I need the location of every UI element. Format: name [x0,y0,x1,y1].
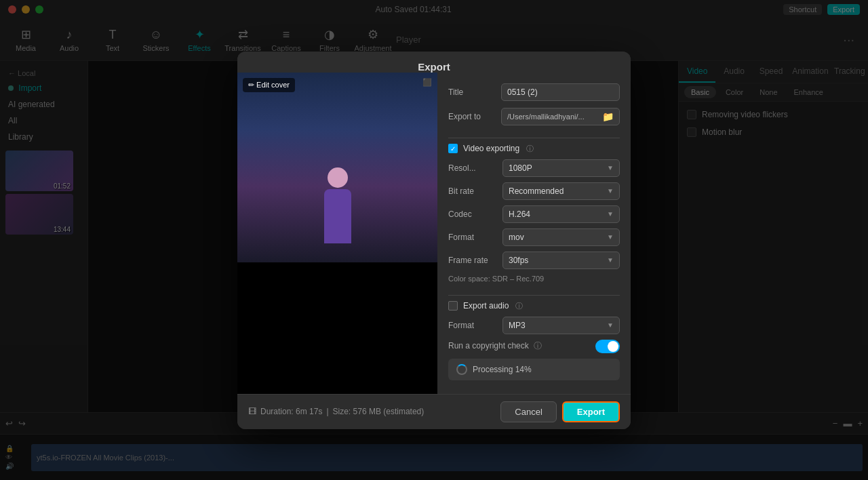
export-path-value: /Users/mallikadhyani/... [502,109,597,124]
format-value: mov [509,233,524,242]
footer-info: 🎞 Duration: 6m 17s | Size: 576 MB (estim… [248,407,424,416]
audio-export-checkbox[interactable] [448,301,458,311]
bitrate-label: Bit rate [448,186,502,196]
film-icon: 🎞 [248,407,256,416]
framerate-chevron: ▼ [607,256,614,264]
dialog-form: Title Export to /Users/mallikadhyani/...… [437,73,631,394]
footer-buttons: Cancel Export [500,401,620,422]
audio-format-row: Format MP3 ▼ [448,317,620,334]
audio-format-chevron: ▼ [607,321,614,329]
export-dialog: Export ⬛ ✏ Edit cover [237,52,631,429]
audio-export-label: Export audio [463,301,509,311]
processing-label: Processing 14% [473,365,532,374]
edit-cover-button[interactable]: ✏ Edit cover [243,78,295,92]
codec-select[interactable]: H.264 ▼ [502,205,620,223]
dialog-overlay: Export ⬛ ✏ Edit cover [0,0,868,480]
title-label: Title [448,87,496,97]
audio-export-info: ⓘ [515,301,523,311]
divider-1 [448,138,620,138]
format-select[interactable]: mov ▼ [502,228,620,246]
export-path-field: /Users/mallikadhyani/... 📁 [501,108,620,125]
framerate-label: Frame rate [448,256,502,265]
copyright-toggle[interactable] [595,340,620,353]
audio-format-label: Format [448,321,502,330]
color-space-text: Color space: SDR – Rec.709 [448,275,620,283]
dialog-title: Export [237,52,631,73]
dialog-footer: 🎞 Duration: 6m 17s | Size: 576 MB (estim… [237,394,631,429]
framerate-select[interactable]: 30fps ▼ [502,252,620,269]
audio-format-select[interactable]: MP3 ▼ [502,317,620,334]
copyright-info-icon: ⓘ [534,341,542,351]
audio-format-value: MP3 [509,321,526,330]
video-export-checkbox[interactable]: ✓ [448,144,458,153]
format-chevron: ▼ [607,233,614,241]
format-label: Format [448,233,502,242]
processing-spinner [456,364,467,375]
resolution-value: 1080P [509,163,532,173]
resolution-label: Resol... [448,163,502,173]
footer-duration: Duration: 6m 17s [260,407,322,416]
copyright-row: Run a copyright check ⓘ [448,340,620,353]
cancel-button[interactable]: Cancel [500,401,556,422]
bitrate-chevron: ▼ [607,187,614,195]
resolution-row: Resol... 1080P ▼ [448,159,620,177]
bitrate-value: Recommended [509,186,564,196]
export-button[interactable]: Export [562,401,620,422]
resolution-chevron: ▼ [607,164,614,172]
title-input[interactable] [501,83,620,101]
processing-row: Processing 14% [448,359,620,380]
video-export-info: ⓘ [526,144,534,154]
format-row: Format mov ▼ [448,228,620,246]
browse-button[interactable]: 📁 [597,108,619,125]
bitrate-select[interactable]: Recommended ▼ [502,182,620,200]
dialog-body: ⬛ ✏ Edit cover Title Export to /Users/ma… [237,73,631,394]
title-row: Title [448,83,620,101]
bitrate-row: Bit rate Recommended ▼ [448,182,620,200]
framerate-value: 30fps [509,256,528,265]
codec-chevron: ▼ [607,210,614,218]
copyright-label: Run a copyright check ⓘ [448,340,590,352]
framerate-row: Frame rate 30fps ▼ [448,252,620,269]
codec-value: H.264 [509,209,530,219]
audio-export-row: Export audio ⓘ [448,301,620,311]
video-export-label: Video exporting [463,144,519,153]
codec-label: Codec [448,209,502,219]
video-exporting-row: ✓ Video exporting ⓘ [448,144,620,154]
export-to-label: Export to [448,112,496,121]
resolution-select[interactable]: 1080P ▼ [502,159,620,177]
codec-row: Codec H.264 ▼ [448,205,620,223]
dialog-preview: ⬛ ✏ Edit cover [237,73,437,394]
export-to-row: Export to /Users/mallikadhyani/... 📁 [448,108,620,125]
footer-size: Size: 576 MB (estimated) [333,407,425,416]
divider-2 [448,295,620,296]
